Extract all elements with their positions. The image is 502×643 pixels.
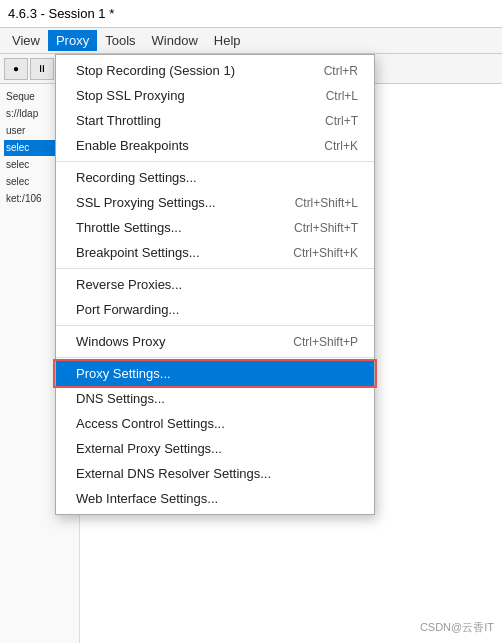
dropdown-item-label-port-forwarding: Port Forwarding... <box>76 302 179 317</box>
dropdown-item-proxy-settings[interactable]: Proxy Settings... <box>56 361 374 386</box>
dropdown-item-throttle-settings[interactable]: Throttle Settings...Ctrl+Shift+T <box>56 215 374 240</box>
menu-bar: View Proxy Tools Window Help <box>0 28 502 54</box>
title-bar-text: 4.6.3 - Session 1 * <box>8 6 114 21</box>
title-bar: 4.6.3 - Session 1 * <box>0 0 502 28</box>
dropdown-item-breakpoint-settings[interactable]: Breakpoint Settings...Ctrl+Shift+K <box>56 240 374 265</box>
dropdown-item-access-control[interactable]: Access Control Settings... <box>56 411 374 436</box>
dropdown-item-stop-recording[interactable]: Stop Recording (Session 1)Ctrl+R <box>56 58 374 83</box>
dropdown-item-label-stop-recording: Stop Recording (Session 1) <box>76 63 235 78</box>
menu-tools[interactable]: Tools <box>97 30 143 51</box>
dropdown-item-label-access-control: Access Control Settings... <box>76 416 225 431</box>
dropdown-item-label-external-dns: External DNS Resolver Settings... <box>76 466 271 481</box>
dropdown-item-web-interface[interactable]: Web Interface Settings... <box>56 486 374 511</box>
pause-button[interactable]: ⏸ <box>30 58 54 80</box>
dropdown-item-label-proxy-settings: Proxy Settings... <box>76 366 171 381</box>
menu-help[interactable]: Help <box>206 30 249 51</box>
dropdown-shortcut-stop-ssl: Ctrl+L <box>326 89 358 103</box>
dropdown-item-stop-ssl[interactable]: Stop SSL ProxyingCtrl+L <box>56 83 374 108</box>
dropdown-item-label-dns-settings: DNS Settings... <box>76 391 165 406</box>
dropdown-item-start-throttling[interactable]: Start ThrottlingCtrl+T <box>56 108 374 133</box>
dropdown-separator-10 <box>56 357 374 358</box>
dropdown-shortcut-windows-proxy: Ctrl+Shift+P <box>293 335 358 349</box>
menu-view[interactable]: View <box>4 30 48 51</box>
dropdown-separator-9 <box>56 325 374 326</box>
proxy-dropdown-menu: Stop Recording (Session 1)Ctrl+RStop SSL… <box>55 54 375 515</box>
dropdown-separator-7 <box>56 268 374 269</box>
dropdown-item-ssl-settings[interactable]: SSL Proxying Settings...Ctrl+Shift+L <box>56 190 374 215</box>
menu-window[interactable]: Window <box>144 30 206 51</box>
dropdown-shortcut-ssl-settings: Ctrl+Shift+L <box>295 196 358 210</box>
dropdown-item-label-web-interface: Web Interface Settings... <box>76 491 218 506</box>
dropdown-item-label-external-proxy: External Proxy Settings... <box>76 441 222 456</box>
dropdown-item-external-dns[interactable]: External DNS Resolver Settings... <box>56 461 374 486</box>
dropdown-item-label-recording-settings: Recording Settings... <box>76 170 197 185</box>
dropdown-item-label-start-throttling: Start Throttling <box>76 113 161 128</box>
dropdown-item-reverse-proxies[interactable]: Reverse Proxies... <box>56 272 374 297</box>
dropdown-item-recording-settings[interactable]: Recording Settings... <box>56 165 374 190</box>
dropdown-item-windows-proxy[interactable]: Windows ProxyCtrl+Shift+P <box>56 329 374 354</box>
dropdown-item-label-ssl-settings: SSL Proxying Settings... <box>76 195 216 210</box>
dropdown-shortcut-throttle-settings: Ctrl+Shift+T <box>294 221 358 235</box>
dropdown-item-dns-settings[interactable]: DNS Settings... <box>56 386 374 411</box>
dropdown-item-label-reverse-proxies: Reverse Proxies... <box>76 277 182 292</box>
watermark: CSDN@云香IT <box>420 620 494 635</box>
dropdown-item-external-proxy[interactable]: External Proxy Settings... <box>56 436 374 461</box>
dropdown-shortcut-breakpoint-settings: Ctrl+Shift+K <box>293 246 358 260</box>
dropdown-shortcut-enable-breakpoints: Ctrl+K <box>324 139 358 153</box>
dropdown-item-label-breakpoint-settings: Breakpoint Settings... <box>76 245 200 260</box>
dropdown-item-label-enable-breakpoints: Enable Breakpoints <box>76 138 189 153</box>
dropdown-item-label-windows-proxy: Windows Proxy <box>76 334 166 349</box>
dropdown-item-label-stop-ssl: Stop SSL Proxying <box>76 88 185 103</box>
dropdown-item-label-throttle-settings: Throttle Settings... <box>76 220 182 235</box>
record-button[interactable]: ● <box>4 58 28 80</box>
dropdown-item-port-forwarding[interactable]: Port Forwarding... <box>56 297 374 322</box>
dropdown-shortcut-stop-recording: Ctrl+R <box>324 64 358 78</box>
menu-proxy[interactable]: Proxy <box>48 30 97 51</box>
dropdown-item-enable-breakpoints[interactable]: Enable BreakpointsCtrl+K <box>56 133 374 158</box>
dropdown-separator-3 <box>56 161 374 162</box>
dropdown-shortcut-start-throttling: Ctrl+T <box>325 114 358 128</box>
